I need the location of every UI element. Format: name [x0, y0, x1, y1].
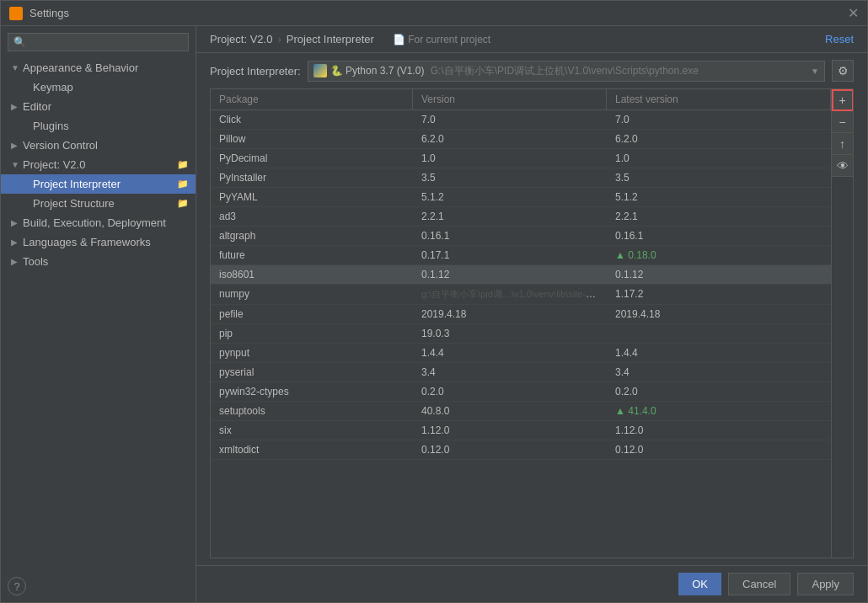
- sidebar-item-label: Project Structure: [33, 197, 115, 210]
- table-row[interactable]: six1.12.01.12.0: [211, 421, 831, 440]
- table-row[interactable]: pefile2019.4.182019.4.18: [211, 305, 831, 324]
- gear-button[interactable]: ⚙: [832, 60, 854, 82]
- cell-latest: 1.0: [607, 149, 831, 168]
- add-package-button[interactable]: +: [832, 89, 854, 111]
- reset-button[interactable]: Reset: [825, 33, 854, 45]
- cell-latest: 6.2.0: [607, 130, 831, 148]
- close-button[interactable]: ✕: [848, 5, 859, 21]
- table-row[interactable]: PyYAML5.1.25.1.2: [211, 188, 831, 207]
- sidebar-item-appearance-behavior[interactable]: ▼Appearance & Behavior: [1, 58, 196, 77]
- cell-latest: 1.17.2: [607, 285, 831, 304]
- bottom-bar: OK Cancel Apply: [196, 565, 867, 602]
- search-input[interactable]: [8, 33, 189, 51]
- breadcrumb-separator: ›: [277, 33, 281, 45]
- sidebar-item-label: Appearance & Behavior: [23, 61, 138, 74]
- cell-latest: ▲ 0.18.0: [607, 246, 831, 264]
- sidebar-item-keymap[interactable]: Keymap: [1, 77, 196, 97]
- interpreter-label: Project Interpreter:: [210, 65, 301, 77]
- sidebar-item-plugins[interactable]: Plugins: [1, 116, 196, 136]
- expand-arrow-icon: ▶: [11, 237, 19, 247]
- project-icon: 📁: [177, 179, 189, 189]
- table-row[interactable]: future0.17.1▲ 0.18.0: [211, 246, 831, 265]
- table-row[interactable]: PyInstaller3.53.5: [211, 168, 831, 188]
- main-panel: Project: V2.0 › Project Interpreter 📄 Fo…: [196, 26, 867, 602]
- cell-latest: 2019.4.18: [607, 305, 831, 323]
- sidebar-item-version-control[interactable]: ▶Version Control: [1, 136, 196, 155]
- sidebar-item-project-structure[interactable]: Project Structure📁: [1, 194, 196, 213]
- cell-package: six: [211, 421, 413, 440]
- cell-latest: 0.16.1: [607, 227, 831, 245]
- table-row[interactable]: pip19.0.3: [211, 324, 831, 344]
- cell-latest: 3.4: [607, 363, 831, 382]
- cell-package: future: [211, 246, 413, 264]
- project-icon: 📁: [177, 198, 189, 209]
- interpreter-row: Project Interpreter: 🐍 Python 3.7 (V1.0)…: [196, 53, 867, 88]
- cell-latest: 0.12.0: [607, 440, 831, 459]
- toggle-details-button[interactable]: 👁: [832, 155, 854, 177]
- sidebar-item-label: Languages & Frameworks: [23, 236, 151, 248]
- cancel-button[interactable]: Cancel: [728, 573, 790, 595]
- sidebar-item-build-execution[interactable]: ▶Build, Execution, Deployment: [1, 213, 196, 232]
- sidebar-item-label: Tools: [23, 255, 48, 268]
- cell-package: PyInstaller: [211, 168, 413, 187]
- title-bar: Settings ✕: [1, 1, 867, 26]
- table-row[interactable]: Pillow6.2.06.2.0: [211, 130, 831, 149]
- breadcrumb-parent: Project: V2.0: [210, 33, 272, 45]
- sidebar-item-label: Project: V2.0: [23, 158, 85, 171]
- title-bar-left: Settings: [9, 7, 69, 20]
- table-row[interactable]: ad32.2.12.2.1: [211, 207, 831, 227]
- cell-package: iso8601: [211, 265, 413, 284]
- cell-version: 2.2.1: [413, 207, 607, 226]
- remove-package-button[interactable]: −: [832, 111, 854, 133]
- table-row[interactable]: Click7.07.0: [211, 110, 831, 130]
- table-row[interactable]: xmltodict0.12.00.12.0: [211, 440, 831, 460]
- col-latest: Latest version: [607, 89, 831, 109]
- expand-arrow-icon: ▶: [11, 218, 19, 227]
- sidebar-item-languages-frameworks[interactable]: ▶Languages & Frameworks: [1, 232, 196, 252]
- settings-window: Settings ✕ ▼Appearance & BehaviorKeymap▶…: [0, 0, 868, 603]
- cell-package: numpy: [211, 285, 413, 304]
- cell-package: ad3: [211, 207, 413, 226]
- cell-version: 1.0: [413, 149, 607, 168]
- apply-button[interactable]: Apply: [797, 573, 854, 595]
- sidebar-item-project-v20[interactable]: ▼Project: V2.0📁: [1, 155, 196, 174]
- expand-arrow-icon: ▶: [11, 257, 19, 266]
- interpreter-select[interactable]: 🐍 Python 3.7 (V1.0) G:\自平衡小车\PID调试上位机\V1…: [308, 61, 825, 82]
- upgrade-package-button[interactable]: ↑: [832, 133, 854, 155]
- search-bar: [1, 26, 196, 58]
- table-row[interactable]: altgraph0.16.10.16.1: [211, 227, 831, 246]
- table-row[interactable]: PyDecimal1.01.0: [211, 149, 831, 168]
- sidebar-item-editor[interactable]: ▶Editor: [1, 97, 196, 116]
- expand-arrow-icon: ▶: [11, 102, 19, 111]
- table-row[interactable]: numpyg:\自平衡小车\pid调…\v1.0\venv\lib\site-p…: [211, 285, 831, 305]
- table-row[interactable]: pyserial3.43.4: [211, 363, 831, 382]
- cell-version: 0.16.1: [413, 227, 607, 245]
- sidebar: ▼Appearance & BehaviorKeymap▶EditorPlugi…: [1, 26, 196, 602]
- table-row[interactable]: iso86010.1.120.1.12: [211, 265, 831, 285]
- cell-version: 0.12.0: [413, 440, 607, 459]
- sidebar-item-label: Project Interpreter: [33, 178, 121, 190]
- cell-version: 3.5: [413, 168, 607, 187]
- table-row[interactable]: pywin32-ctypes0.2.00.2.0: [211, 382, 831, 402]
- cell-version: 0.17.1: [413, 246, 607, 264]
- cell-version: 40.8.0: [413, 402, 607, 420]
- sidebar-item-project-interpreter[interactable]: Project Interpreter📁: [1, 174, 196, 194]
- python-icon: [313, 64, 327, 77]
- cell-latest: 0.1.12: [607, 265, 831, 284]
- table-body: Click7.07.0Pillow6.2.06.2.0PyDecimal1.01…: [211, 110, 831, 460]
- col-package: Package: [211, 89, 413, 109]
- cell-version: 3.4: [413, 363, 607, 382]
- sidebar-item-tools[interactable]: ▶Tools: [1, 252, 196, 271]
- project-icon: 📁: [177, 159, 189, 170]
- ok-button[interactable]: OK: [678, 573, 721, 595]
- breadcrumb: Project: V2.0 › Project Interpreter 📄 Fo…: [210, 33, 490, 45]
- cell-package: Pillow: [211, 130, 413, 148]
- package-table: Package Version Latest version Click7.07…: [211, 89, 831, 558]
- cell-package: PyDecimal: [211, 149, 413, 168]
- table-row[interactable]: pynput1.4.41.4.4: [211, 344, 831, 363]
- help-button[interactable]: ?: [8, 577, 26, 595]
- cell-package: pyserial: [211, 363, 413, 382]
- table-row[interactable]: setuptools40.8.0▲ 41.4.0: [211, 402, 831, 421]
- cell-latest: 0.2.0: [607, 382, 831, 401]
- cell-package: PyYAML: [211, 188, 413, 206]
